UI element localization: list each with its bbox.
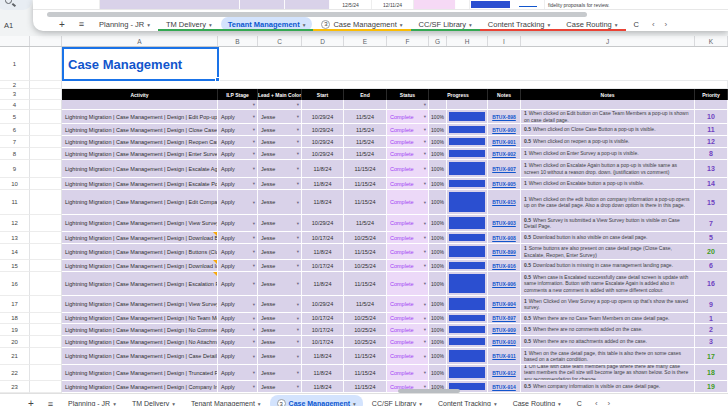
end-date-cell[interactable]: 11/15/24 <box>344 244 387 260</box>
lead-cell[interactable]: Jesse▾ <box>258 260 302 272</box>
status-cell[interactable]: Complete▾ <box>387 336 429 348</box>
status-cell[interactable]: Complete▾ <box>387 160 429 178</box>
ticket-link-cell[interactable]: BTUX-910 <box>488 336 521 348</box>
progress-bar-cell[interactable] <box>447 348 488 365</box>
dropdown-caret-icon[interactable]: ▾ <box>424 339 426 344</box>
sheet-tab-tenant-management[interactable]: Tenant Management▾ <box>221 17 313 31</box>
dropdown-caret-icon[interactable]: ▾ <box>253 221 255 226</box>
status-cell[interactable]: Complete▾ <box>387 215 429 232</box>
dropdown-caret-icon[interactable]: ▾ <box>424 181 426 186</box>
ticket-link[interactable]: BTUX-903 <box>492 220 516 226</box>
dropdown-caret-icon[interactable]: ▾ <box>424 139 426 144</box>
progress-bar-cell[interactable] <box>447 260 488 272</box>
dropdown-caret-icon[interactable]: ▾ <box>297 235 299 240</box>
row-number[interactable]: 20 <box>0 336 30 348</box>
partial-start-cell[interactable]: 12/5/24 <box>330 0 372 9</box>
end-date-cell[interactable]: 11/5/24 <box>344 110 387 124</box>
sheet-tab-content-tracking[interactable]: Content Tracking▾ <box>481 17 557 31</box>
dropdown-caret-icon[interactable]: ▾ <box>424 249 426 254</box>
ilp-stage-cell[interactable]: Apply▾ <box>218 381 258 393</box>
tabs-scroll-right-icon[interactable]: › <box>661 17 672 31</box>
tabs-scroll-left-icon[interactable]: ‹ <box>591 395 602 406</box>
tab-menu-caret-icon[interactable]: ▾ <box>548 22 551 28</box>
selected-cell-a1[interactable]: Case Management <box>62 47 219 81</box>
end-date-cell[interactable]: 11/5/24 <box>344 136 387 148</box>
ticket-link[interactable]: BTUX-916 <box>492 263 516 269</box>
notes-cell[interactable]: 1When clicked on Escalate Again button a… <box>521 160 695 178</box>
dropdown-caret-icon[interactable]: ▾ <box>424 327 426 332</box>
select-all-corner[interactable] <box>0 36 30 46</box>
lead-cell[interactable]: Jesse▾ <box>258 336 302 348</box>
status-cell[interactable]: Complete▾ <box>387 110 429 124</box>
progress-pct-cell[interactable]: 100% <box>429 110 447 124</box>
tab-menu-caret-icon[interactable]: ▾ <box>172 401 175 406</box>
row-number[interactable]: 17 <box>0 296 30 313</box>
dropdown-caret-icon[interactable]: ▾ <box>424 221 426 226</box>
ticket-link-cell[interactable]: BTUX-897 <box>488 313 521 324</box>
lead-cell[interactable]: Jesse▾ <box>258 244 302 260</box>
ilp-stage-cell[interactable]: Apply▾ <box>218 244 258 260</box>
start-date-cell[interactable]: 11/8/24 <box>302 244 344 260</box>
tab-menu-caret-icon[interactable]: ▾ <box>113 401 116 406</box>
partial-status-cell[interactable] <box>414 0 456 9</box>
lead-cell[interactable]: Jesse▾ <box>258 381 302 393</box>
dropdown-caret-icon[interactable]: ▾ <box>424 151 426 156</box>
ticket-link-cell[interactable]: BTUX-915 <box>488 190 521 215</box>
notes-cell[interactable]: 0.5Download button is also visible on ca… <box>521 232 695 244</box>
ticket-link-cell[interactable]: BTUX-909 <box>488 324 521 336</box>
column-letter[interactable]: G <box>429 36 447 46</box>
priority-cell[interactable]: 19 <box>695 381 728 393</box>
dropdown-caret-icon[interactable]: ▾ <box>253 235 255 240</box>
activity-cell[interactable]: Lightning Migration | Case Management | … <box>62 260 218 272</box>
progress-bar-cell[interactable] <box>447 272 488 296</box>
activity-cell[interactable]: Lightning Migration | Case Management | … <box>62 178 218 190</box>
start-date-cell[interactable]: 10/29/24 <box>302 136 344 148</box>
dropdown-caret-icon[interactable]: ▾ <box>297 221 299 226</box>
ticket-link[interactable]: BTUX-900 <box>492 127 516 133</box>
dropdown-caret-icon[interactable]: ▾ <box>297 327 299 332</box>
status-cell[interactable]: Complete▾ <box>387 296 429 313</box>
lead-cell[interactable]: Jesse▾ <box>258 348 302 365</box>
dropdown-caret-icon[interactable]: ▾ <box>253 327 255 332</box>
partial-end-cell[interactable]: 12/11/24 <box>372 0 414 9</box>
add-sheet-button[interactable]: + <box>22 395 40 406</box>
priority-cell[interactable]: 16 <box>695 272 728 296</box>
priority-cell[interactable]: 2 <box>695 324 728 336</box>
ticket-link[interactable]: BTUX-911 <box>492 353 515 359</box>
column-letter[interactable]: C <box>258 36 302 46</box>
lead-cell[interactable]: Jesse▾ <box>258 160 302 178</box>
progress-bar-cell[interactable] <box>447 148 488 160</box>
sheet-tab-tm-delivery[interactable]: TM Delivery▾ <box>125 395 182 406</box>
progress-bar-cell[interactable] <box>447 232 488 244</box>
start-date-cell[interactable]: 11/8/24 <box>302 272 344 296</box>
ticket-link[interactable]: BTUX-898 <box>492 114 516 120</box>
progress-pct-cell[interactable]: 100% <box>429 136 447 148</box>
activity-cell[interactable]: Lightning Migration | Case Management | … <box>62 348 218 365</box>
priority-cell[interactable]: 1 <box>695 313 728 324</box>
ticket-link-cell[interactable]: BTUX-908 <box>488 232 521 244</box>
end-date-cell[interactable]: 11/15/24 <box>344 190 387 215</box>
ilp-stage-cell[interactable]: Apply▾ <box>218 365 258 381</box>
dropdown-caret-icon[interactable]: ▾ <box>253 316 255 321</box>
dropdown-caret-icon[interactable]: ▾ <box>297 384 299 389</box>
start-date-cell[interactable]: 10/17/24 <box>302 313 344 324</box>
progress-bar-cell[interactable] <box>447 296 488 313</box>
column-letter[interactable]: A <box>62 36 218 46</box>
tab-menu-caret-icon[interactable]: ▾ <box>469 22 472 28</box>
ticket-link-cell[interactable]: BTUX-911 <box>488 348 521 365</box>
sheet-tab-tenant-management[interactable]: Tenant Management▾ <box>184 395 268 406</box>
activity-cell[interactable]: Lightning Migration | Case Management | … <box>62 324 218 336</box>
tabs-scroll-right-icon[interactable]: › <box>604 395 615 406</box>
sheet-tab-content-tracking[interactable]: Content Tracking▾ <box>431 395 504 406</box>
progress-pct-cell[interactable]: 100% <box>429 296 447 313</box>
dropdown-caret-icon[interactable]: ▾ <box>253 354 255 359</box>
priority-cell[interactable]: 6 <box>695 260 728 272</box>
partial-link-cell[interactable] <box>512 0 545 9</box>
sheet-tab-planning-jr[interactable]: Planning - JR▾ <box>61 395 123 406</box>
dropdown-caret-icon[interactable]: ▾ <box>424 127 426 132</box>
progress-pct-cell[interactable]: 100% <box>429 178 447 190</box>
ticket-link[interactable]: BTUX-902 <box>492 151 516 157</box>
dropdown-caret-icon[interactable]: ▾ <box>253 200 255 205</box>
activity-cell[interactable]: Lightning Migration | Case Management | … <box>62 110 218 124</box>
end-date-cell[interactable]: 11/5/24 <box>344 215 387 232</box>
